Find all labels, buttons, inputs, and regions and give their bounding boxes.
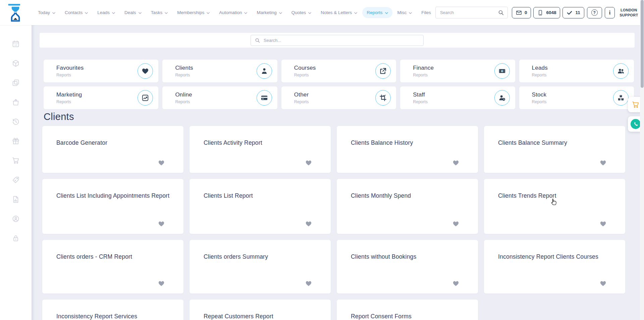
sidebar-item[interactable]: 12	[12, 40, 20, 48]
user-name: LONDON SUPPORT	[620, 8, 638, 18]
category-card[interactable]: Favourites Reports	[44, 60, 158, 82]
category-card[interactable]: Courses Reports	[281, 60, 396, 82]
credit-card-icon	[261, 94, 268, 102]
nav-item[interactable]: Deals	[120, 7, 146, 18]
boxes-icon	[617, 94, 625, 102]
favourite-heart-icon[interactable]	[600, 280, 606, 287]
nav-item[interactable]: Today	[34, 7, 60, 18]
category-card[interactable]: Online Reports	[162, 86, 277, 109]
report-card[interactable]: Clients Monthly Spend	[337, 179, 478, 234]
counter-button[interactable]: 0	[512, 7, 531, 18]
nav-item[interactable]: Marketing	[252, 7, 286, 18]
category-title: Other	[294, 91, 367, 98]
check-icon	[567, 10, 573, 16]
category-card[interactable]: Clients Reports	[162, 60, 277, 82]
nav-item[interactable]: Reports	[362, 7, 392, 18]
help-button[interactable]: ?	[587, 7, 602, 18]
nav-item[interactable]: Automation	[215, 7, 252, 18]
reports-search	[251, 35, 424, 46]
person-tie-icon	[261, 67, 268, 75]
category-card[interactable]: Stock Reports	[519, 86, 634, 109]
category-icon-circle	[138, 90, 153, 106]
scrollbar-track[interactable]	[640, 0, 644, 320]
user-name-line1: LONDON	[620, 8, 638, 13]
nav-item[interactable]: Leads	[93, 7, 119, 18]
category-card[interactable]: Staff Reports	[400, 86, 515, 109]
favourite-heart-icon[interactable]	[305, 159, 312, 166]
report-card[interactable]: Clients List Report	[190, 179, 331, 234]
favourite-heart-icon[interactable]	[452, 280, 459, 287]
nav-item-label: Files	[421, 10, 431, 15]
sidebar-item[interactable]	[12, 215, 20, 223]
report-card[interactable]: Repeat Customers Report	[190, 300, 331, 320]
report-title: Clients Balance History	[351, 139, 468, 147]
favourite-heart-icon[interactable]	[600, 159, 606, 166]
nav-item[interactable]: Contacts	[60, 7, 92, 18]
report-card[interactable]: Clients Balance Summary	[484, 126, 625, 173]
favourite-heart-icon[interactable]	[158, 159, 165, 166]
sidebar-item[interactable]	[12, 176, 20, 184]
report-card[interactable]: Inconsistency Report Clients Courses	[484, 240, 625, 294]
report-card[interactable]: Report Consent Forms	[337, 300, 478, 320]
sidebar-item[interactable]	[12, 98, 20, 106]
nav-item-label: Misc	[397, 10, 407, 15]
favourite-heart-icon[interactable]	[305, 220, 312, 227]
category-card[interactable]: Finance Reports 0	[400, 60, 515, 82]
category-title: Stock	[532, 91, 605, 98]
chevron-down-icon	[165, 12, 168, 14]
app-logo[interactable]	[7, 3, 23, 22]
category-title: Courses	[294, 65, 367, 71]
sidebar-item[interactable]	[12, 79, 20, 87]
report-card[interactable]: Inconsistency Report Services	[42, 300, 183, 320]
scrollbar-thumb[interactable]	[641, 0, 644, 88]
report-card[interactable]: Clients Trends Report	[484, 179, 625, 234]
report-card[interactable]: Barcode Generator	[42, 126, 183, 173]
report-card[interactable]: Clients orders Summary	[190, 240, 331, 294]
favourite-heart-icon[interactable]	[305, 280, 312, 287]
nav-item[interactable]: Files	[417, 7, 435, 18]
history-icon	[12, 118, 20, 126]
user-name-line2: SUPPORT	[620, 13, 638, 18]
nav-item-label: Deals	[124, 10, 136, 15]
sidebar-item[interactable]	[12, 234, 20, 242]
report-card[interactable]: Clients Balance History	[337, 126, 478, 173]
favourite-heart-icon[interactable]	[158, 220, 165, 227]
sidebar-item[interactable]	[12, 195, 20, 203]
phone-icon-circle	[631, 119, 641, 129]
nav-item[interactable]: Quotes	[287, 7, 316, 18]
nav-item[interactable]: Memberships	[173, 7, 214, 18]
reports-search-input[interactable]	[251, 35, 424, 46]
favourite-heart-icon[interactable]	[452, 159, 459, 166]
report-card[interactable]: Clients orders - CRM Report	[42, 240, 183, 294]
counter-button[interactable]: 11	[562, 7, 584, 18]
report-doc-icon	[12, 195, 20, 203]
report-card[interactable]: Clients Activity Report	[190, 126, 331, 173]
sidebar-item[interactable]	[12, 59, 20, 67]
nav-item[interactable]: Tasks	[147, 7, 172, 18]
category-card[interactable]: Other Reports	[281, 86, 396, 109]
counter-button[interactable]: 6048	[533, 7, 560, 18]
report-card[interactable]: Clients List Including Appointments Repo…	[42, 179, 183, 234]
top-header: Today Contacts Leads Deals Tasks	[0, 0, 644, 25]
cart-icon	[12, 156, 20, 165]
category-subtitle: Reports	[294, 73, 367, 77]
favourite-heart-icon[interactable]	[600, 220, 606, 227]
category-card[interactable]: Leads Reports	[519, 60, 634, 82]
nav-item-label: Leads	[97, 10, 110, 15]
report-card[interactable]: Clients without Bookings	[337, 240, 478, 294]
favourite-heart-icon[interactable]	[452, 220, 459, 227]
report-title: Clients without Bookings	[351, 253, 468, 261]
sidebar-item[interactable]	[12, 118, 20, 126]
header-search-input[interactable]	[436, 10, 495, 15]
heart-icon	[142, 67, 149, 75]
nav-item[interactable]: Misc	[393, 7, 417, 18]
header-search-button[interactable]	[495, 7, 507, 18]
sidebar-item[interactable]	[12, 137, 20, 145]
nav-item[interactable]: Notes & Letters	[316, 7, 362, 18]
category-card[interactable]: Marketing Reports	[44, 86, 158, 109]
nav-item-label: Contacts	[65, 10, 83, 15]
category-icon-circle	[257, 90, 272, 106]
favourite-heart-icon[interactable]	[158, 280, 165, 287]
info-button[interactable]: i	[605, 7, 615, 18]
sidebar-item[interactable]	[12, 156, 20, 165]
